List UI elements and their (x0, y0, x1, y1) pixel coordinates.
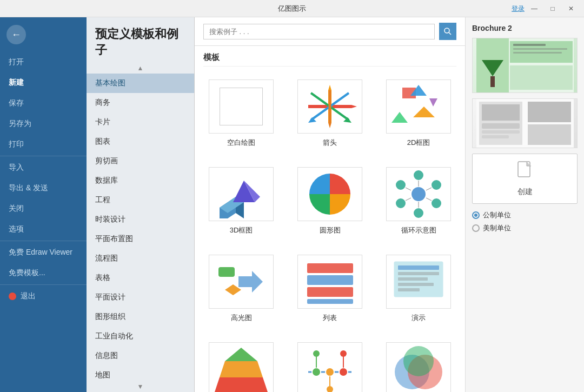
template-3d-frame[interactable]: 3D框图 (203, 163, 279, 240)
login-link[interactable]: 登录 (512, 4, 525, 13)
sidebar: ← 打开 新建 保存 另存为 打印 导入 导出 & 发送 关闭 选项 (0, 17, 87, 392)
svg-point-29 (395, 180, 406, 190)
sidebar-item-open[interactable]: 打开 (0, 52, 87, 72)
scroll-down-arrow[interactable]: ▼ (87, 381, 194, 392)
page-title: 预定义模板和例子 (87, 17, 194, 63)
category-item-chart[interactable]: 图表 (87, 132, 194, 151)
scroll-up-arrow[interactable]: ▲ (87, 63, 194, 74)
category-item-table[interactable]: 表格 (87, 268, 194, 288)
sidebar-item-new[interactable]: 新建 (0, 72, 87, 93)
svg-rect-44 (398, 265, 439, 270)
svg-point-0 (444, 28, 449, 33)
svg-rect-47 (398, 283, 434, 286)
template-arrow[interactable]: 箭头 (292, 75, 368, 152)
sidebar-item-quit[interactable]: 退出 (0, 286, 87, 307)
sidebar-item-print[interactable]: 打印 (0, 134, 87, 155)
template-highlight-label: 高光图 (231, 313, 252, 323)
category-item-flowchart[interactable]: 流程图 (87, 249, 194, 268)
sidebar-item-options[interactable]: 选项 (0, 219, 87, 240)
category-item-card[interactable]: 卡片 (87, 112, 194, 132)
category-item-floorplan[interactable]: 平面布置图 (87, 229, 194, 249)
category-item-clipart[interactable]: 剪切画 (87, 151, 194, 171)
template-timeline[interactable] (292, 338, 368, 392)
svg-rect-80 (482, 130, 520, 134)
svg-rect-76 (528, 102, 571, 122)
search-input[interactable] (203, 24, 435, 39)
svg-marker-51 (214, 377, 268, 392)
svg-rect-36 (218, 267, 235, 277)
preview-image-2 (472, 98, 578, 148)
search-button[interactable] (439, 23, 456, 40)
category-item-engineering[interactable]: 工程 (87, 190, 194, 210)
sidebar-item-save[interactable]: 保存 (0, 93, 87, 114)
sidebar-back[interactable]: ← (0, 22, 87, 48)
create-icon (517, 161, 533, 184)
category-item-industrial[interactable]: 工业自动化 (87, 327, 194, 346)
svg-point-25 (431, 180, 442, 190)
radio-imperial-label: 美制单位 (483, 223, 511, 233)
circle-diagram-icon (386, 167, 451, 221)
template-pyramid[interactable] (203, 338, 279, 392)
template-circle-chart[interactable]: 圆形图 (292, 163, 368, 240)
radio-metric[interactable]: 公制单位 (472, 210, 578, 220)
sidebar-item-saveas[interactable]: 另存为 (0, 114, 87, 134)
search-bar (195, 17, 465, 46)
3d-frame-icon (209, 167, 274, 221)
preview-image-1 (472, 38, 578, 93)
create-label: 创建 (517, 187, 533, 197)
create-button[interactable]: 创建 (472, 154, 578, 204)
svg-marker-49 (225, 348, 257, 361)
maximize-button[interactable]: □ (544, 2, 561, 15)
category-item-map[interactable]: 地图 (87, 366, 194, 381)
svg-point-61 (340, 350, 347, 357)
svg-marker-50 (220, 361, 263, 377)
sidebar-item-export[interactable]: 导出 & 发送 (0, 178, 87, 198)
sidebar-divider-1 (0, 156, 87, 156)
category-item-business[interactable]: 商务 (87, 93, 194, 112)
back-button[interactable]: ← (6, 25, 26, 44)
svg-point-64 (403, 346, 434, 376)
main-layout: ← 打开 新建 保存 另存为 打印 导入 导出 & 发送 关闭 选项 (0, 17, 584, 392)
category-item-graphic-org[interactable]: 图形组织 (87, 307, 194, 327)
close-button[interactable]: ✕ (562, 2, 580, 15)
template-venn[interactable] (381, 338, 456, 392)
sidebar-item-free-templates[interactable]: 免费模板... (0, 263, 87, 283)
circle-chart-icon (297, 167, 362, 221)
category-item-basic[interactable]: 基本绘图 (87, 74, 194, 93)
category-item-database[interactable]: 数据库 (87, 171, 194, 190)
category-list: 基本绘图 商务 卡片 图表 剪切画 数据库 工程 时装设计 平面布置图 流程图 … (87, 74, 194, 381)
category-item-fashion[interactable]: 时装设计 (87, 210, 194, 229)
svg-marker-83 (527, 162, 531, 166)
content-area: 模板 空白绘图 (195, 17, 465, 392)
category-item-flatdesign[interactable]: 平面设计 (87, 288, 194, 307)
presentation-icon (386, 255, 451, 309)
minimize-button[interactable]: — (526, 2, 543, 15)
template-2d-frame[interactable]: 2D框图 (381, 75, 456, 152)
section-header: 模板 (203, 52, 456, 67)
svg-rect-40 (307, 275, 353, 285)
sidebar-item-viewer[interactable]: 免费 Edraw Viewer (0, 242, 87, 263)
svg-rect-70 (490, 76, 495, 87)
template-presentation[interactable]: 演示 (381, 250, 456, 327)
svg-rect-46 (398, 277, 428, 281)
category-panel: 预定义模板和例子 ▲ 基本绘图 商务 卡片 图表 剪切画 数据库 工程 时装设计… (87, 17, 195, 392)
search-icon (443, 27, 452, 36)
template-list[interactable]: 列表 (292, 250, 368, 327)
sidebar-item-import[interactable]: 导入 (0, 157, 87, 178)
radio-imperial[interactable]: 美制单位 (472, 223, 578, 233)
template-blank[interactable]: 空白绘图 (203, 75, 279, 152)
templates-section: 模板 空白绘图 (195, 46, 465, 392)
template-highlight[interactable]: 高光图 (203, 250, 279, 327)
sidebar-item-close[interactable]: 关闭 (0, 198, 87, 219)
sidebar-divider-2 (0, 241, 87, 241)
svg-marker-5 (328, 85, 331, 90)
2d-frame-icon (386, 79, 451, 134)
quit-icon (9, 293, 16, 300)
svg-rect-42 (307, 299, 353, 304)
svg-rect-68 (510, 65, 573, 90)
svg-point-53 (312, 368, 321, 376)
template-circle-diagram[interactable]: 循环示意图 (381, 163, 456, 240)
category-item-infographic[interactable]: 信息图 (87, 346, 194, 366)
list-icon (297, 255, 362, 309)
svg-point-23 (411, 187, 426, 202)
